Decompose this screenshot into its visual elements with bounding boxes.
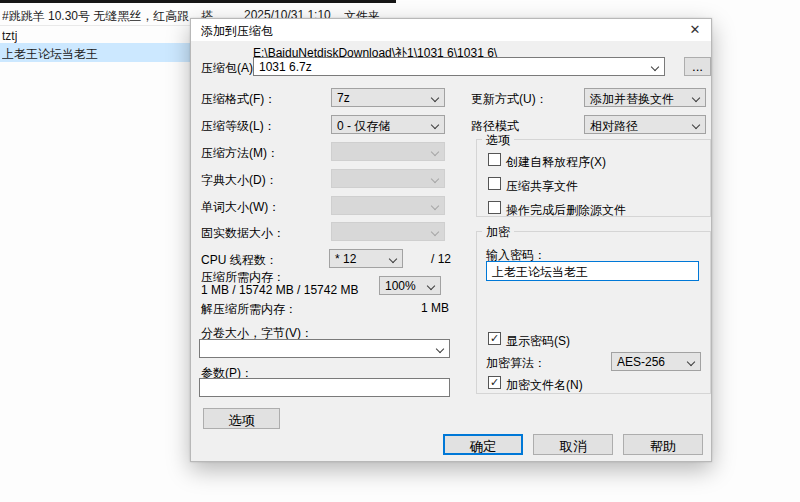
create-sfx-label[interactable]: 创建自释放程序(X) — [506, 154, 606, 171]
chevron-down-icon — [692, 94, 700, 102]
encryption-method-combobox[interactable]: AES-256 — [611, 352, 701, 371]
chevron-down-icon — [431, 175, 439, 183]
screen: #跳跳羊 10.30号 无缝黑丝，红高跟，搭... 2025/10/31 1:1… — [0, 0, 800, 502]
update-mode-value: 添加并替换文件 — [590, 92, 674, 106]
password-value: 上老王论坛当老王 — [492, 265, 588, 279]
dictionary-label: 字典大小(D)： — [201, 172, 278, 189]
cpu-threads-max: / 12 — [431, 252, 451, 266]
level-combobox[interactable]: 0 - 仅存储 — [331, 115, 445, 134]
dictionary-combobox — [331, 169, 445, 188]
chevron-down-icon — [431, 228, 439, 236]
window-top-edge — [0, 0, 396, 3]
help-button[interactable]: 帮助 — [623, 434, 703, 455]
solid-size-label: 固实数据大小： — [201, 225, 285, 242]
format-label: 压缩格式(F)： — [201, 91, 276, 108]
encrypt-filenames-checkbox[interactable]: ✓ — [488, 376, 501, 389]
cpu-threads-combobox[interactable]: * 12 — [329, 249, 403, 268]
encryption-method-label: 加密算法： — [486, 355, 546, 372]
level-label: 压缩等级(L)： — [201, 118, 276, 135]
cancel-button[interactable]: 取消 — [533, 434, 613, 455]
volume-size-combobox[interactable] — [199, 339, 450, 358]
format-value: 7z — [337, 91, 350, 105]
show-password-label[interactable]: 显示密码(S) — [506, 333, 570, 350]
chevron-down-icon — [436, 345, 444, 353]
solid-size-combobox — [331, 222, 445, 241]
path-mode-combobox[interactable]: 相对路径 — [584, 115, 706, 134]
decompress-memory-value: 1 MB — [401, 301, 449, 315]
ok-button[interactable]: 确定 — [443, 434, 523, 455]
file-row-name[interactable]: 上老王论坛当老王 — [2, 46, 98, 63]
delete-after-checkbox[interactable] — [488, 201, 501, 214]
word-size-combobox — [331, 196, 445, 215]
parameters-input[interactable] — [199, 378, 450, 397]
create-sfx-checkbox[interactable] — [488, 153, 501, 166]
delete-after-label[interactable]: 操作完成后删除源文件 — [506, 202, 626, 219]
encrypt-filenames-label[interactable]: 加密文件名(N) — [506, 377, 583, 394]
method-label: 压缩方法(M)： — [201, 145, 279, 162]
memory-percent-combobox[interactable]: 100% — [379, 276, 441, 295]
decompress-memory-label: 解压缩所需内存： — [201, 301, 297, 318]
chevron-down-icon — [431, 202, 439, 210]
dialog-title: 添加到压缩包 — [201, 23, 273, 40]
memory-percent-value: 100% — [385, 279, 416, 293]
shared-files-label[interactable]: 压缩共享文件 — [506, 178, 578, 195]
chevron-down-icon — [687, 358, 695, 366]
word-size-label: 单词大小(W)： — [201, 199, 280, 216]
encryption-group-title: 加密 — [482, 224, 514, 241]
chevron-down-icon — [431, 121, 439, 129]
cpu-threads-value: * 12 — [335, 252, 356, 266]
add-to-archive-dialog: 添加到压缩包 ✕ 压缩包(A)： E:\BaiduNetdiskDownload… — [190, 18, 712, 462]
chevron-down-icon — [427, 282, 435, 290]
browse-button[interactable]: ... — [684, 57, 711, 76]
format-combobox[interactable]: 7z — [331, 88, 445, 107]
archive-name-value: 1031 6.7z — [259, 60, 312, 74]
memory-usage-detail: 1 MB / 15742 MB / 15742 MB — [201, 283, 358, 297]
update-mode-label: 更新方式(U)： — [471, 91, 548, 108]
method-combobox — [331, 142, 445, 161]
chevron-down-icon — [651, 63, 659, 71]
chevron-down-icon — [431, 94, 439, 102]
password-input[interactable]: 上老王论坛当老王 — [486, 261, 699, 281]
show-password-checkbox[interactable]: ✓ — [488, 332, 501, 345]
encryption-method-value: AES-256 — [617, 355, 665, 369]
chevron-down-icon — [389, 255, 397, 263]
update-mode-combobox[interactable]: 添加并替换文件 — [584, 88, 706, 107]
chevron-down-icon — [431, 148, 439, 156]
archive-name-combobox[interactable]: 1031 6.7z — [253, 57, 665, 76]
options-group-title: 选项 — [482, 132, 514, 149]
cpu-threads-label: CPU 线程数： — [201, 252, 278, 269]
level-value: 0 - 仅存储 — [337, 119, 390, 133]
path-mode-value: 相对路径 — [590, 119, 638, 133]
file-row-name[interactable]: tztj — [2, 29, 17, 43]
shared-files-checkbox[interactable] — [488, 177, 501, 190]
chevron-down-icon — [692, 121, 700, 129]
options-button[interactable]: 选项 — [203, 408, 280, 429]
close-icon[interactable]: ✕ — [678, 19, 712, 41]
